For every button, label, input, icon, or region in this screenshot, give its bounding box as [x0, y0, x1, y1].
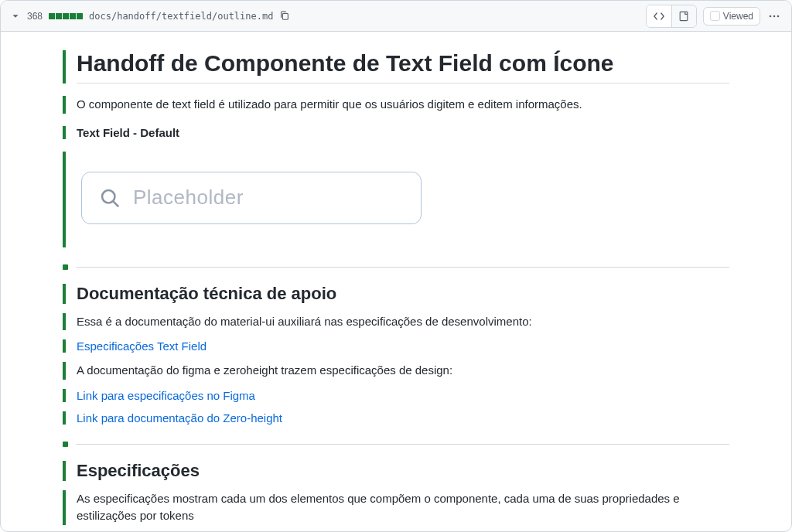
divider-dot-icon: [63, 442, 68, 447]
divider-dot-icon: [63, 264, 68, 270]
variant-label: Text Field - Default: [77, 126, 729, 139]
intro-text: O componente de text field é utilizado p…: [77, 96, 729, 114]
svg-rect-0: [283, 13, 288, 19]
tech-doc-heading: Documentação técnica de apoio: [77, 284, 729, 304]
document-content: Handoff de Componente de Text Field com …: [1, 32, 791, 531]
svg-point-2: [770, 15, 772, 17]
file-header: 368 docs/handoff/textfield/outline.md Vi…: [1, 1, 791, 32]
spec-heading-block: Especificações: [63, 461, 729, 481]
copy-icon[interactable]: [279, 10, 292, 22]
spec-para-block: As especificações mostram cada um dos el…: [63, 490, 729, 525]
page-title: Handoff de Componente de Text Field com …: [77, 50, 729, 84]
textfield-placeholder: Placeholder: [133, 186, 244, 210]
file-path[interactable]: docs/handoff/textfield/outline.md: [89, 11, 273, 22]
variant-label-block: Text Field - Default: [63, 126, 729, 139]
tech-para1-block: Essa é a documentação do material-ui aux…: [63, 313, 729, 331]
tech-link3-block: Link para documentação do Zero-height: [63, 411, 729, 425]
section-divider-2: [63, 442, 729, 447]
section-divider: [63, 264, 729, 270]
viewed-toggle[interactable]: Viewed: [703, 7, 760, 26]
file-header-right: Viewed: [646, 5, 782, 28]
kebab-menu-icon[interactable]: [766, 9, 782, 24]
file-header-left: 368 docs/handoff/textfield/outline.md: [10, 10, 646, 22]
svg-line-6: [114, 201, 118, 206]
svg-rect-1: [681, 12, 688, 20]
search-icon: [99, 187, 121, 209]
diff-additions-bar: [49, 13, 83, 19]
viewed-checkbox: [710, 11, 720, 21]
textfield-component[interactable]: Placeholder: [81, 172, 422, 224]
chevron-down-icon[interactable]: [10, 11, 21, 22]
intro-block: O componente de text field é utilizado p…: [63, 96, 729, 114]
spec-para: As especificações mostram cada um dos el…: [77, 490, 729, 525]
rendered-view-button[interactable]: [671, 5, 696, 27]
line-count: 368: [27, 11, 43, 22]
svg-point-3: [773, 15, 776, 17]
tech-para2-block: A documentação do figma e zeroheight tra…: [63, 362, 729, 380]
source-view-button[interactable]: [647, 5, 671, 27]
tech-para1: Essa é a documentação do material-ui aux…: [77, 313, 729, 331]
viewed-label: Viewed: [723, 11, 753, 22]
figma-spec-link[interactable]: Link para especificações no Figma: [77, 389, 255, 402]
tech-link2-block: Link para especificações no Figma: [63, 389, 729, 402]
svg-point-4: [777, 15, 780, 17]
textfield-spec-link[interactable]: Especificações Text Field: [77, 339, 207, 353]
textfield-demo-block: Placeholder: [63, 152, 729, 247]
spec-heading: Especificações: [77, 461, 729, 481]
tech-para2: A documentação do figma e zeroheight tra…: [77, 362, 729, 380]
tech-heading-block: Documentação técnica de apoio: [63, 284, 729, 304]
tech-link1-block: Especificações Text Field: [63, 339, 729, 353]
view-mode-toggle: [646, 5, 697, 28]
zeroheight-doc-link[interactable]: Link para documentação do Zero-height: [77, 411, 282, 425]
title-block: Handoff de Componente de Text Field com …: [63, 50, 729, 84]
